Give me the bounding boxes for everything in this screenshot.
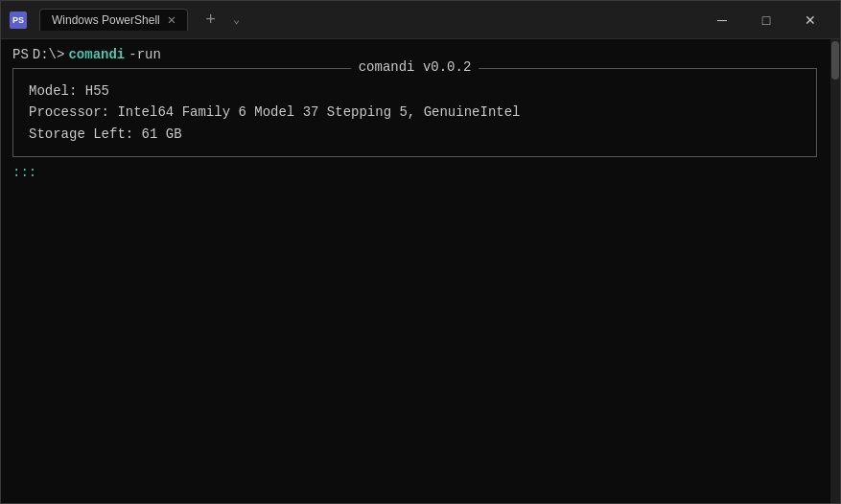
new-tab-button[interactable]: +: [199, 11, 222, 30]
active-tab[interactable]: Windows PowerShell ✕: [39, 9, 188, 31]
powershell-window: PS Windows PowerShell ✕ + ⌄ ─ □ ✕ PS D:\…: [0, 0, 841, 504]
cursor-line: :::: [12, 165, 829, 180]
ps-logo: PS: [10, 11, 27, 29]
box-content: Model: H55 Processor: Intel64 Family 6 M…: [29, 80, 801, 145]
processor-info: Processor: Intel64 Family 6 Model 37 Ste…: [29, 102, 801, 123]
terminal-content[interactable]: PS D:\> comandi -run comandi v0.0.2 Mode…: [1, 39, 840, 503]
scrollbar-track[interactable]: [830, 39, 840, 503]
prompt-command: comandi: [68, 47, 125, 62]
scrollbar-thumb[interactable]: [831, 41, 839, 80]
tab-title: Windows PowerShell: [52, 13, 160, 27]
output-box: comandi v0.0.2 Model: H55 Processor: Int…: [12, 68, 817, 157]
tab-dropdown-button[interactable]: ⌄: [229, 12, 244, 27]
window-controls: ─ □ ✕: [700, 1, 832, 39]
box-title: comandi v0.0.2: [351, 59, 479, 75]
model-info: Model: H55: [29, 80, 801, 102]
prompt-args: -run: [128, 47, 161, 62]
cursor-symbol: :::: [12, 165, 36, 180]
maximize-button[interactable]: □: [744, 1, 788, 39]
prompt-path: D:\>: [33, 47, 65, 62]
titlebar-left: PS Windows PowerShell ✕ + ⌄: [9, 9, 700, 31]
close-button[interactable]: ✕: [788, 1, 832, 39]
titlebar: PS Windows PowerShell ✕ + ⌄ ─ □ ✕: [1, 1, 840, 39]
prompt-ps: PS: [12, 47, 29, 62]
storage-info: Storage Left: 61 GB: [29, 124, 801, 145]
minimize-button[interactable]: ─: [700, 1, 744, 39]
tab-close-button[interactable]: ✕: [168, 13, 175, 27]
app-icon: PS: [9, 11, 28, 30]
